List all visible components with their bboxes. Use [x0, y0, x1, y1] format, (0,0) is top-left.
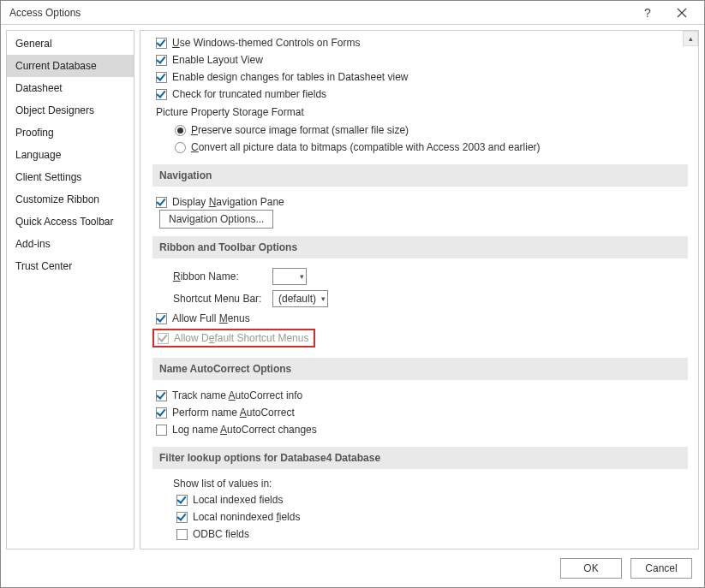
checkbox-label: Enable Layout View — [172, 54, 263, 66]
radio-label: Convert all picture data to bitmaps (com… — [191, 141, 541, 153]
sidebar-item-language[interactable]: Language — [7, 144, 134, 166]
checkbox-icon — [156, 38, 167, 49]
radio-icon — [175, 142, 186, 153]
sidebar-item-object-designers[interactable]: Object Designers — [7, 99, 134, 122]
use-windows-themed-checkbox-row[interactable]: Use Windows-themed Controls on Forms — [152, 34, 688, 51]
allow-default-shortcut-menus-checkbox[interactable]: Allow Default Shortcut Menus — [156, 331, 308, 345]
checkbox-label: Display Navigation Pane — [172, 196, 284, 208]
access-options-dialog: Access Options ? General Current Databas… — [0, 0, 705, 588]
allow-default-shortcut-highlight: Allow Default Shortcut Menus — [152, 329, 315, 347]
scroll-up-button[interactable]: ▴ — [683, 31, 698, 46]
checkbox-label: ODBC fields — [193, 528, 249, 540]
perform-name-autocorrect-checkbox[interactable]: Perform name AutoCorrect — [152, 404, 688, 421]
checkbox-label: Allow Full Menus — [172, 312, 250, 324]
odbc-fields-checkbox[interactable]: ODBC fields — [173, 526, 688, 543]
picture-format-label: Picture Property Storage Format — [152, 103, 688, 122]
sidebar-item-current-database[interactable]: Current Database — [7, 55, 134, 77]
show-list-values-label: Show list of values in: — [152, 476, 688, 491]
chevron-down-icon: ▾ — [300, 272, 304, 281]
check-truncated-checkbox-row[interactable]: Check for truncated number fields — [152, 86, 688, 103]
navigation-section-header: Navigation — [152, 164, 688, 187]
radio-label: Preserve source image format (smaller fi… — [191, 124, 409, 136]
convert-bitmaps-radio[interactable]: Convert all picture data to bitmaps (com… — [152, 139, 688, 156]
ribbon-name-row: Ribbon Name: ▾ — [152, 265, 688, 288]
checkbox-label: Local indexed fields — [193, 494, 283, 506]
shortcut-menu-bar-label: Shortcut Menu Bar: — [173, 293, 264, 305]
ribbon-toolbar-section-header: Ribbon and Toolbar Options — [152, 236, 688, 258]
checkbox-icon — [156, 390, 167, 401]
navigation-options-button[interactable]: Navigation Options... — [159, 210, 273, 229]
allow-full-menus-checkbox[interactable]: Allow Full Menus — [152, 310, 688, 327]
checkbox-icon — [156, 72, 167, 83]
sidebar-item-quick-access-toolbar[interactable]: Quick Access Toolbar — [7, 211, 134, 233]
checkbox-icon — [156, 89, 167, 100]
sidebar-item-proofing[interactable]: Proofing — [7, 122, 134, 144]
track-name-autocorrect-checkbox[interactable]: Track name AutoCorrect info — [152, 387, 688, 404]
content-wrap: ▴ Use Windows-themed Controls on Forms E… — [140, 30, 699, 549]
log-name-autocorrect-checkbox[interactable]: Log name AutoCorrect changes — [152, 421, 688, 438]
dialog-footer: OK Cancel — [1, 549, 704, 587]
checkbox-label: Perform name AutoCorrect — [172, 407, 295, 419]
ok-button[interactable]: OK — [560, 558, 622, 579]
close-icon — [677, 8, 687, 18]
checkbox-label: Use Windows-themed Controls on Forms — [172, 37, 360, 49]
checkbox-label: Local nonindexed fields — [193, 511, 300, 523]
checkbox-icon — [156, 425, 167, 436]
enable-layout-view-checkbox-row[interactable]: Enable Layout View — [152, 51, 688, 68]
local-indexed-fields-checkbox[interactable]: Local indexed fields — [173, 491, 688, 508]
checkbox-icon — [156, 313, 167, 324]
dialog-body: General Current Database Datasheet Objec… — [1, 25, 704, 549]
ribbon-name-label: Ribbon Name: — [173, 270, 264, 282]
sidebar-item-datasheet[interactable]: Datasheet — [7, 77, 134, 99]
help-button[interactable]: ? — [630, 1, 665, 25]
close-button[interactable] — [665, 1, 699, 25]
checkbox-icon — [158, 333, 169, 344]
chevron-down-icon: ▾ — [321, 294, 326, 303]
sidebar-item-add-ins[interactable]: Add-ins — [7, 233, 134, 255]
checkbox-icon — [156, 407, 167, 419]
checkbox-icon — [176, 529, 188, 540]
ribbon-name-select[interactable]: ▾ — [272, 268, 307, 285]
preserve-image-format-radio[interactable]: Preserve source image format (smaller fi… — [152, 122, 688, 139]
sidebar-item-general[interactable]: General — [7, 33, 134, 55]
filter-lookup-section-header: Filter lookup options for Database4 Data… — [152, 447, 688, 469]
cancel-button[interactable]: Cancel — [630, 558, 692, 579]
checkbox-label: Enable design changes for tables in Data… — [172, 71, 409, 83]
radio-icon — [175, 125, 186, 136]
sidebar-item-client-settings[interactable]: Client Settings — [7, 166, 134, 188]
local-nonindexed-fields-checkbox[interactable]: Local nonindexed fields — [173, 508, 688, 526]
shortcut-menu-bar-row: Shortcut Menu Bar: (default)▾ — [152, 288, 688, 310]
sidebar-item-trust-center[interactable]: Trust Center — [7, 255, 134, 277]
titlebar: Access Options ? — [1, 1, 704, 25]
checkbox-icon — [156, 197, 167, 208]
name-autocorrect-section-header: Name AutoCorrect Options — [152, 358, 688, 380]
display-navigation-pane-checkbox[interactable]: Display Navigation Pane — [152, 193, 688, 211]
sidebar-item-customize-ribbon[interactable]: Customize Ribbon — [7, 188, 134, 211]
options-content[interactable]: Use Windows-themed Controls on Forms Ena… — [140, 31, 698, 549]
checkbox-label: Track name AutoCorrect info — [172, 389, 302, 401]
checkbox-icon — [176, 512, 188, 523]
checkbox-label: Allow Default Shortcut Menus — [174, 332, 308, 344]
window-title: Access Options — [6, 7, 630, 19]
checkbox-icon — [156, 55, 167, 66]
checkbox-label: Log name AutoCorrect changes — [172, 424, 317, 436]
checkbox-label: Check for truncated number fields — [172, 88, 326, 100]
enable-design-changes-checkbox-row[interactable]: Enable design changes for tables in Data… — [152, 68, 688, 86]
shortcut-menu-bar-select[interactable]: (default)▾ — [272, 290, 328, 307]
checkbox-icon — [176, 495, 188, 506]
category-sidebar: General Current Database Datasheet Objec… — [6, 30, 134, 549]
